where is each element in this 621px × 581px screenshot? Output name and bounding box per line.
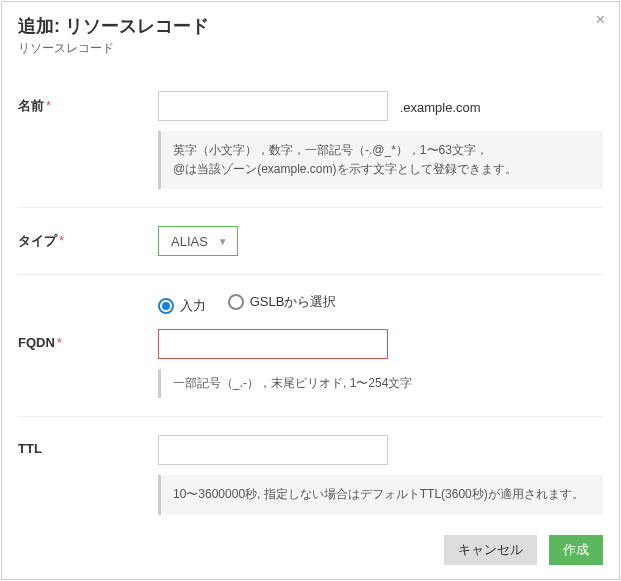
type-label: タイプ*	[18, 226, 158, 250]
radio-label-input: 入力	[180, 297, 206, 315]
fqdn-source-radio-group: 入力 GSLBから選択	[158, 293, 603, 315]
close-icon[interactable]: ×	[596, 12, 605, 28]
name-domain-suffix: .example.com	[400, 100, 481, 115]
type-select[interactable]: ALIAS ▼	[158, 226, 238, 256]
cancel-button[interactable]: キャンセル	[444, 535, 537, 565]
name-hint: 英字（小文字），数字，一部記号（-.@_*），1〜63文字， @は当該ゾーン(e…	[158, 131, 603, 189]
fqdn-hint: 一部記号（_.-），末尾ピリオド, 1〜254文字	[158, 369, 603, 398]
field-row-type: タイプ* ALIAS ▼	[18, 208, 603, 275]
dialog-footer: キャンセル 作成	[2, 523, 619, 579]
chevron-down-icon: ▼	[218, 236, 228, 247]
fqdn-label: FQDN*	[18, 293, 158, 350]
name-input[interactable]	[158, 91, 388, 121]
radio-icon	[228, 294, 244, 310]
radio-option-input[interactable]: 入力	[158, 297, 206, 315]
dialog-body: 名前* .example.com 英字（小文字），数字，一部記号（-.@_*），…	[2, 65, 619, 523]
name-hint-line1: 英字（小文字），数字，一部記号（-.@_*），1〜63文字，	[173, 141, 591, 160]
dialog-title: 追加: リソースレコード	[18, 14, 603, 38]
name-hint-line2: @は当該ゾーン(example.com)を示す文字として登録できます。	[173, 160, 591, 179]
field-row-name: 名前* .example.com 英字（小文字），数字，一部記号（-.@_*），…	[18, 73, 603, 208]
ttl-input[interactable]	[158, 435, 388, 465]
dialog-header: 追加: リソースレコード リソースレコード ×	[2, 2, 619, 65]
ttl-hint: 10〜3600000秒, 指定しない場合はデフォルトTTL(3600秒)が適用さ…	[158, 475, 603, 514]
type-select-value: ALIAS	[171, 234, 208, 249]
add-resource-record-dialog: 追加: リソースレコード リソースレコード × 名前* .example.com…	[1, 1, 620, 580]
required-mark: *	[46, 98, 51, 113]
name-label-text: 名前	[18, 98, 44, 113]
create-button[interactable]: 作成	[549, 535, 603, 565]
type-label-text: タイプ	[18, 233, 57, 248]
ttl-input-col: 10〜3600000秒, 指定しない場合はデフォルトTTL(3600秒)が適用さ…	[158, 435, 603, 514]
type-input-col: ALIAS ▼	[158, 226, 603, 256]
field-row-ttl: TTL 10〜3600000秒, 指定しない場合はデフォルトTTL(3600秒)…	[18, 417, 603, 523]
field-row-fqdn: FQDN* 入力 GSLBから選択 一部記号（_.-），末尾ピリオド, 1〜25…	[18, 275, 603, 417]
required-mark: *	[57, 335, 62, 350]
dialog-subtitle: リソースレコード	[18, 40, 603, 57]
radio-dot-icon	[162, 302, 170, 310]
name-input-col: .example.com 英字（小文字），数字，一部記号（-.@_*），1〜63…	[158, 91, 603, 189]
name-label: 名前*	[18, 91, 158, 115]
required-mark: *	[59, 233, 64, 248]
radio-option-gslb[interactable]: GSLBから選択	[228, 293, 337, 311]
fqdn-label-text: FQDN	[18, 335, 55, 350]
radio-icon	[158, 298, 174, 314]
fqdn-input[interactable]	[158, 329, 388, 359]
fqdn-input-col: 入力 GSLBから選択 一部記号（_.-），末尾ピリオド, 1〜254文字	[158, 293, 603, 398]
ttl-label: TTL	[18, 435, 158, 456]
radio-label-gslb: GSLBから選択	[250, 293, 337, 311]
ttl-label-text: TTL	[18, 441, 42, 456]
